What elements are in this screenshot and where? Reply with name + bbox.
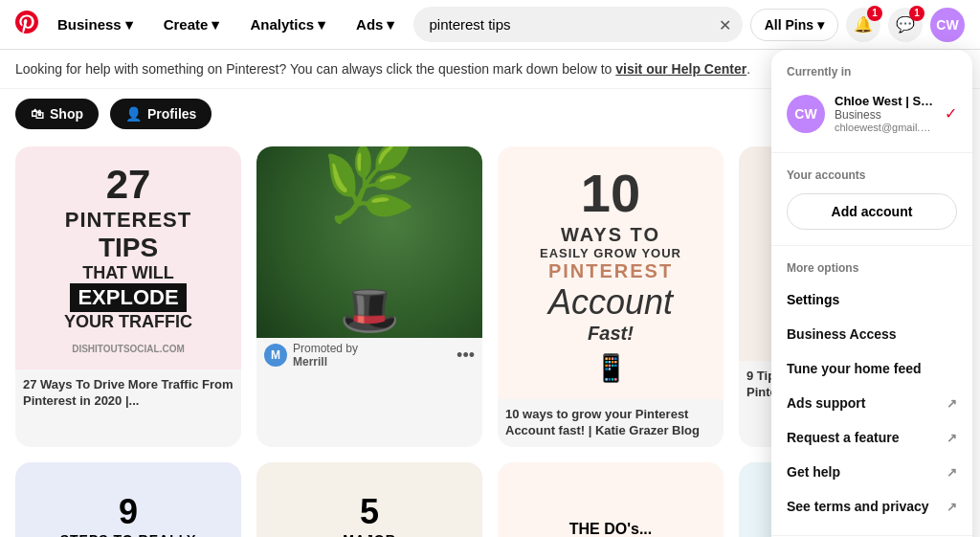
avatar-initials: CW: [936, 17, 958, 33]
pin3-account: Account: [548, 282, 673, 323]
analytics-nav-btn[interactable]: Analytics ▾: [238, 9, 337, 41]
search-input[interactable]: [413, 7, 742, 42]
sidebar-item-tune-feed[interactable]: Tune your home feed: [771, 351, 972, 386]
notifications-button[interactable]: 🔔 1: [846, 8, 880, 42]
sidebar-item-business-access[interactable]: Business Access: [771, 317, 972, 351]
account-email: chloewest@gmail.com: [835, 122, 935, 133]
help-text-suffix: .: [746, 61, 750, 77]
terms-privacy-ext-icon: ↗: [947, 500, 957, 514]
promoted-label: Promoted by: [293, 342, 358, 355]
pin1-line4: YOUR TRAFFIC: [64, 312, 192, 332]
list-item[interactable]: 9 STEPS TO REALLY 9 Steps to Really...: [15, 462, 241, 537]
pin1-title: 27 Ways To Drive More Traffic From Pinte…: [15, 369, 241, 417]
current-account-avatar: CW: [787, 95, 825, 133]
ads-support-label: Ads support: [787, 395, 865, 411]
account-dropdown: Currently in CW Chloe West | Soci... Bus…: [771, 50, 972, 537]
analytics-chevron-icon: ▾: [318, 16, 325, 34]
pin5-num: 9: [119, 492, 138, 532]
pin2-figure: 🎩: [340, 282, 399, 338]
pin6-num: 5: [360, 492, 379, 532]
terms-privacy-label: See terms and privacy: [787, 499, 929, 514]
business-label: Business: [57, 16, 122, 33]
search-bar: ✕: [413, 7, 742, 42]
sidebar-item-terms-privacy[interactable]: See terms and privacy ↗: [771, 489, 972, 524]
help-text: Looking for help with something on Pinte…: [15, 61, 615, 77]
pin1-line1: PINTEREST: [65, 208, 191, 233]
pin7-label: THE DO's...: [569, 521, 652, 537]
pin3-title: 10 ways to grow your Pinterest Account f…: [498, 399, 724, 447]
currently-in-label: Currently in: [771, 61, 972, 86]
all-pins-label: All Pins: [765, 17, 813, 33]
list-item[interactable]: THE DO's... The Do's...: [498, 462, 724, 537]
sidebar-item-settings[interactable]: Settings: [771, 282, 972, 317]
profiles-icon: 👤: [125, 106, 142, 122]
messages-button[interactable]: 💬 1: [888, 8, 923, 42]
profiles-button[interactable]: 👤 Profiles: [110, 99, 212, 129]
get-help-ext-icon: ↗: [947, 465, 957, 480]
ads-label: Ads: [356, 16, 383, 33]
more-options-label: More options: [771, 257, 972, 282]
ads-nav-btn[interactable]: Ads ▾: [345, 9, 406, 41]
account-name: Chloe West | Soci...: [835, 94, 935, 108]
current-account-section: Currently in CW Chloe West | Soci... Bus…: [771, 50, 972, 153]
pin3-num: 10: [581, 162, 640, 224]
create-chevron-icon: ▾: [212, 16, 219, 34]
your-accounts-label: Your accounts: [771, 165, 972, 190]
pinterest-logo[interactable]: [15, 11, 38, 39]
pin3-fast: Fast!: [588, 323, 634, 345]
sidebar-item-request-feature[interactable]: Request a feature ↗: [771, 420, 972, 455]
account-info: Chloe West | Soci... Business chloewest@…: [835, 94, 935, 133]
help-center-link[interactable]: visit our Help Center: [615, 61, 746, 77]
business-access-label: Business Access: [787, 326, 897, 342]
notification-badge: 1: [867, 6, 882, 21]
account-type: Business: [835, 108, 935, 122]
merrill-icon: M: [264, 344, 287, 367]
pin3-phone-icon: 📱: [594, 352, 628, 384]
pin5-label: STEPS TO REALLY: [60, 532, 197, 537]
pin1-explode: EXPLODE: [70, 283, 186, 312]
create-nav-btn[interactable]: Create ▾: [152, 9, 232, 41]
pin1-number: 27: [106, 162, 151, 208]
nav-right: All Pins ▾ 🔔 1 💬 1 CW: [750, 8, 965, 42]
sidebar-item-get-help[interactable]: Get help ↗: [771, 455, 972, 489]
profiles-label: Profiles: [147, 106, 196, 122]
navbar: Business ▾ Create ▾ Analytics ▾ Ads ▾ ✕ …: [0, 0, 980, 50]
more-options-button[interactable]: •••: [457, 346, 475, 366]
current-account-item: CW Chloe West | Soci... Business chloewe…: [771, 86, 972, 141]
promoted-badge: M Promoted by Merrill •••: [256, 338, 482, 372]
pin6-label: MAJOR: [343, 532, 396, 537]
business-chevron-icon: ▾: [125, 16, 133, 34]
search-clear-button[interactable]: ✕: [719, 15, 731, 34]
analytics-label: Analytics: [250, 16, 314, 33]
shop-button[interactable]: 🛍 Shop: [15, 99, 99, 129]
pin1-line3: THAT WILL: [82, 263, 174, 283]
pin3-easily: EASILY GROW YOUR: [540, 246, 681, 260]
pin3-brand: PINTEREST: [548, 260, 673, 282]
add-account-button[interactable]: Add account: [787, 193, 957, 230]
avatar-button[interactable]: CW: [930, 8, 965, 42]
pin1-line2: TIPS: [99, 233, 158, 263]
list-item[interactable]: 10 WAYS TO EASILY GROW YOUR PINTEREST Ac…: [498, 146, 724, 447]
pin1-site: DISHITOUTSOCIAL.COM: [72, 344, 185, 354]
list-item[interactable]: 27 PINTEREST TIPS THAT WILL EXPLODE YOUR…: [15, 146, 241, 447]
business-nav-btn[interactable]: Business ▾: [46, 9, 145, 41]
tune-feed-label: Tune your home feed: [787, 361, 922, 376]
ads-chevron-icon: ▾: [387, 16, 394, 34]
shop-label: Shop: [50, 106, 83, 122]
pin3-ways: WAYS TO: [561, 224, 660, 246]
your-accounts-section: Your accounts Add account: [771, 153, 972, 246]
list-item[interactable]: 🎩 M Promoted by Merrill •••: [256, 146, 482, 447]
promoted-sub: Merrill: [293, 355, 358, 369]
get-help-label: Get help: [787, 464, 840, 480]
selected-check-icon: ✓: [945, 104, 957, 123]
all-pins-chevron-icon: ▾: [817, 17, 824, 33]
shop-icon: 🛍: [31, 106, 44, 122]
request-feature-label: Request a feature: [787, 430, 899, 445]
message-badge: 1: [909, 6, 924, 21]
more-options-section: More options Settings Business Access Tu…: [771, 246, 972, 536]
create-label: Create: [164, 16, 209, 33]
request-feature-ext-icon: ↗: [947, 431, 957, 445]
all-pins-button[interactable]: All Pins ▾: [750, 9, 838, 41]
sidebar-item-ads-support[interactable]: Ads support ↗: [771, 386, 972, 420]
list-item[interactable]: 5 MAJOR 5 Major...: [256, 462, 482, 537]
